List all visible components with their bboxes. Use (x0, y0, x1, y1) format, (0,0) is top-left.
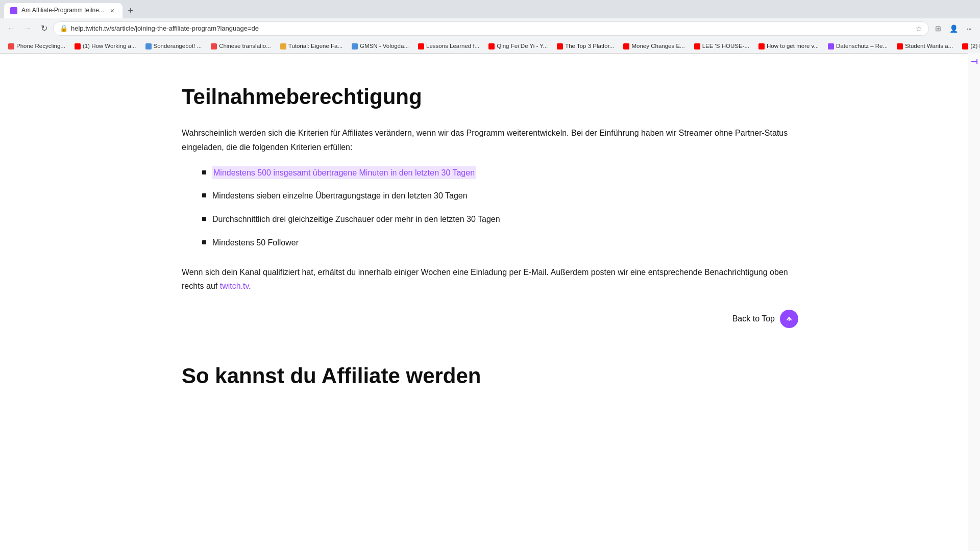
bookmark-datenschutz[interactable]: Datenschutz – Re... (824, 40, 892, 52)
bookmark-favicon (75, 43, 81, 49)
right-sidebar-panel: T (968, 53, 980, 413)
browser-toolbar: ← → ↻ 🔒 help.twitch.tv/s/article/joining… (0, 18, 980, 39)
address-icons: ☆ (916, 23, 922, 34)
bookmark-favicon (557, 43, 563, 49)
menu-button[interactable]: ··· (962, 21, 976, 36)
bookmark-label: (2) How To Add A... (970, 41, 980, 51)
page-content: Teilnahmeberechtigung Wahrscheinlich wer… (133, 54, 847, 413)
reload-button[interactable]: ↻ (37, 21, 51, 36)
bookmark-label: Student Wants a... (905, 41, 953, 51)
bookmark-label: Datenschutz – Re... (836, 41, 888, 51)
bookmark-label: (1) How Working a... (83, 41, 136, 51)
bookmark-how-working[interactable]: (1) How Working a... (70, 40, 140, 52)
bookmark-favicon (488, 43, 495, 49)
tab-favicon (10, 7, 17, 14)
criteria-text-followers: Mindestens 50 Follower (212, 236, 299, 249)
tab-bar: Am Affiliate-Programm teilne... × + (0, 0, 980, 18)
browser-chrome: Am Affiliate-Programm teilne... × + ← → … (0, 0, 980, 54)
bullet-icon (202, 240, 206, 244)
bookmark-student[interactable]: Student Wants a... (893, 40, 957, 52)
criteria-text-days: Mindestens sieben einzelne Übertragungst… (212, 189, 468, 203)
profile-button[interactable]: 👤 (946, 21, 961, 36)
bookmark-label: Lessons Learned f... (426, 41, 479, 51)
star-icon[interactable]: ☆ (916, 23, 922, 34)
list-item: Mindestens 50 Follower (202, 236, 798, 249)
bookmark-favicon (758, 43, 765, 49)
bookmark-label: Qing Fei De Yi - Y... (497, 41, 548, 51)
bookmark-chinese[interactable]: Chinese translatio... (207, 40, 275, 52)
bookmark-gmsn[interactable]: GMSN - Vologda... (348, 40, 413, 52)
tab-title: Am Affiliate-Programm teilne... (21, 6, 104, 15)
bookmark-favicon (962, 43, 968, 49)
bookmark-favicon (418, 43, 424, 49)
bookmarks-bar: Phone Recycling... (1) How Working a... … (0, 39, 980, 53)
bookmark-favicon (694, 43, 700, 49)
bookmark-favicon (897, 43, 903, 49)
bookmark-favicon (280, 43, 286, 49)
list-item: Mindestens 500 insgesamt übertragene Min… (202, 166, 798, 180)
list-item: Durchschnittlich drei gleichzeitige Zusc… (202, 213, 798, 226)
bookmark-money[interactable]: Money Changes E... (619, 40, 689, 52)
bookmark-label: How to get more v... (767, 41, 819, 51)
bookmark-sonderangebot[interactable]: Sonderangebot! ... (141, 40, 206, 52)
back-button[interactable]: ← (4, 21, 18, 36)
bookmark-label: Money Changes E... (631, 41, 684, 51)
bookmark-label: Tutorial: Eigene Fa... (288, 41, 342, 51)
lock-icon: 🔒 (60, 23, 68, 34)
criteria-list: Mindestens 500 insgesamt übertragene Min… (202, 166, 798, 249)
bookmark-phone-recycling[interactable]: Phone Recycling... (4, 40, 69, 52)
bookmark-label: The Top 3 Platfor... (565, 41, 614, 51)
bullet-icon (202, 170, 206, 174)
outro-text-before-link: Wenn sich dein Kanal qualifiziert hat, e… (182, 268, 788, 290)
bookmark-lee[interactable]: LEE 'S HOUSE-... (690, 40, 753, 52)
toolbar-actions: ⊞ 👤 ··· (931, 21, 976, 36)
bookmark-tutorial[interactable]: Tutorial: Eigene Fa... (276, 40, 347, 52)
tab-close-button[interactable]: × (108, 7, 116, 15)
criteria-text-viewers: Durchschnittlich drei gleichzeitige Zusc… (212, 213, 500, 226)
bookmark-favicon (211, 43, 217, 49)
section-title: Teilnahmeberechtigung (182, 84, 798, 110)
bookmark-label: GMSN - Vologda... (360, 41, 409, 51)
list-item: Mindestens sieben einzelne Übertragungst… (202, 189, 798, 203)
criteria-link-minutes[interactable]: Mindestens 500 insgesamt übertragene Min… (212, 166, 476, 180)
back-to-top-text: Back to Top (732, 312, 775, 325)
extensions-button[interactable]: ⊞ (931, 21, 945, 36)
bookmark-favicon (352, 43, 358, 49)
active-tab[interactable]: Am Affiliate-Programm teilne... × (4, 3, 122, 18)
bookmark-label: Phone Recycling... (16, 41, 65, 51)
address-bar[interactable]: 🔒 help.twitch.tv/s/article/joining-the-a… (53, 21, 929, 36)
bookmark-how-to-add[interactable]: (2) How To Add A... (958, 40, 980, 52)
bookmark-how-to-get[interactable]: How to get more v... (754, 40, 823, 52)
svg-rect-1 (789, 317, 790, 321)
outro-paragraph: Wenn sich dein Kanal qualifiziert hat, e… (182, 265, 794, 293)
sidebar-panel-letter: T (968, 59, 980, 64)
back-to-top-button[interactable]: Back to Top (182, 310, 798, 328)
bullet-icon (202, 193, 206, 197)
twitch-tv-link[interactable]: twitch.tv (220, 282, 249, 290)
bookmark-label: LEE 'S HOUSE-... (702, 41, 749, 51)
back-to-top-icon (780, 310, 798, 328)
new-tab-button[interactable]: + (125, 5, 137, 17)
bookmark-favicon (145, 43, 152, 49)
bookmark-label: Chinese translatio... (219, 41, 271, 51)
bookmark-label: Sonderangebot! ... (154, 41, 202, 51)
intro-paragraph: Wahrscheinlich werden sich die Kriterien… (182, 126, 794, 154)
bookmark-favicon (623, 43, 629, 49)
forward-button[interactable]: → (20, 21, 35, 36)
bookmark-favicon (828, 43, 834, 49)
section2-title: So kannst du Affiliate werden (182, 359, 798, 393)
bullet-icon (202, 217, 206, 221)
outro-text-period: . (249, 282, 251, 290)
bookmark-favicon (8, 43, 14, 49)
bookmark-top3[interactable]: The Top 3 Platfor... (553, 40, 618, 52)
address-text: help.twitch.tv/s/article/joining-the-aff… (71, 23, 913, 34)
bookmark-lessons[interactable]: Lessons Learned f... (414, 40, 483, 52)
bookmark-qing-fei[interactable]: Qing Fei De Yi - Y... (484, 40, 552, 52)
